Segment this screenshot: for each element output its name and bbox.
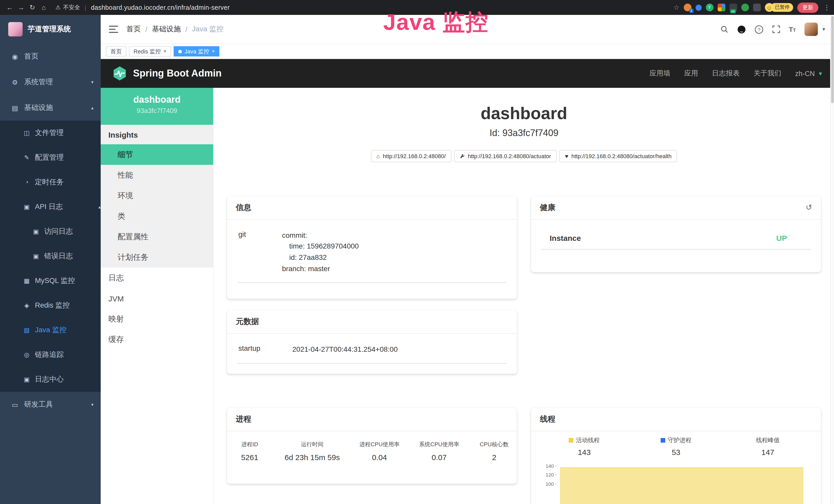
github-icon[interactable] [737, 25, 746, 33]
sidebar-item-system[interactable]: ⚙ 系统管理 ▾ [0, 69, 101, 95]
sidebar-item-redis-monitor[interactable]: ◈Redis 监控 [0, 293, 101, 318]
health-instance-label: Instance [550, 233, 581, 242]
threads-legend: 活动线程 143 守护进程 53 [539, 436, 814, 456]
avatar[interactable] [805, 23, 818, 36]
extension-icon-puzzle[interactable] [753, 4, 761, 11]
sidebar-item-log-center[interactable]: ▣日志中心 [0, 367, 101, 392]
sba-item-scheduled[interactable]: 计划任务 [101, 247, 213, 268]
sidebar-item-api-log[interactable]: ▣API 日志▴ [0, 194, 101, 219]
app-window: 芋道管理系统 ◉ 首页 ⚙ 系统管理 ▾ ▤ 基础设施 ▴ ◫文件管理 ✎配置管… [0, 15, 834, 504]
metadata-row-startup: startup 2021-04-27T00:44:31.254+08:00 [237, 339, 506, 364]
health-card-body: Instance UP [531, 220, 821, 267]
language-select[interactable]: zh-CN▼ [795, 70, 823, 77]
extension-icon-green[interactable]: Y [706, 4, 713, 11]
security-label[interactable]: 不安全 [63, 4, 80, 11]
sba-item-caches[interactable]: 缓存 [101, 329, 213, 350]
java-monitor-icon: ▧ [23, 327, 31, 334]
sidebar-item-infrastructure[interactable]: ▤ 基础设施 ▴ [0, 95, 101, 121]
search-icon[interactable] [720, 25, 728, 33]
chrome-menu-icon[interactable]: ⋮ [824, 4, 830, 11]
sidebar-item-mysql-monitor[interactable]: ▦MySQL 监控 [0, 269, 101, 293]
font-size-icon[interactable]: TT [789, 25, 796, 33]
nav-about[interactable]: 关于我们 [753, 69, 781, 78]
service-url-link[interactable]: ⌂ http://192.168.0.2:48080/ [371, 150, 451, 162]
chrome-update-button[interactable]: 更新 [797, 2, 818, 13]
admin-logo [8, 22, 23, 37]
chevron-down-icon: ▾ [91, 402, 93, 407]
tab-home[interactable]: 首页 [106, 46, 126, 56]
info-row-git: git commit: time: 1596289704000 id: 27aa… [237, 225, 506, 283]
log-center-icon: ▣ [23, 376, 31, 383]
close-icon[interactable]: × [212, 49, 215, 54]
breadcrumb-current: Java 监控 [192, 25, 224, 34]
chevron-up-icon: ▴ [91, 105, 93, 110]
nav-wallboard[interactable]: 应用墙 [650, 69, 671, 78]
tag-tabbar: 首页 Redis 监控× Java 监控× [101, 44, 834, 59]
history-icon[interactable]: ↺ [806, 203, 812, 212]
url-text[interactable]: dashboard.yudao.iocoder.cn/infra/admin-s… [91, 4, 230, 11]
sidebar-item-access-log[interactable]: ▣访问日志 [0, 219, 101, 244]
info-card-header: 信息 [227, 196, 517, 220]
sidebar-item-java-monitor[interactable]: ▧Java 监控 [0, 318, 101, 343]
nav-applications[interactable]: 应用 [684, 69, 698, 78]
scrollbar[interactable] [830, 15, 834, 504]
wrench-icon [460, 153, 465, 158]
sba-item-environment[interactable]: 环境 [101, 185, 213, 206]
tab-redis-monitor[interactable]: Redis 监控× [129, 46, 171, 56]
process-col-uptime: 运行时间 6d 23h 15m 59s [285, 440, 340, 461]
instance-header[interactable]: dashboard 93a3fc7f7409 [101, 88, 213, 125]
close-icon[interactable]: × [163, 49, 167, 54]
profile-sync-paused[interactable]: ☺ 已暂停 [765, 3, 793, 12]
extension-icon-leaf[interactable] [741, 4, 749, 11]
extension-icon-orange[interactable]: 1 [683, 4, 691, 11]
fullscreen-icon[interactable] [772, 25, 780, 33]
sba-item-details[interactable]: 细节 [101, 144, 213, 165]
sidebar-item-devtools[interactable]: ▭ 研发工具 ▾ [0, 392, 101, 417]
sba-nav: 应用墙 应用 日志报表 关于我们 zh-CN▼ [650, 69, 823, 78]
threads-card: 线程 活动线程 143 守护进程 [531, 408, 821, 504]
sba-item-classes[interactable]: 类 [101, 206, 213, 226]
breadcrumb-infra[interactable]: 基础设施 [152, 25, 181, 34]
sba-item-mappings[interactable]: 映射 [101, 308, 213, 329]
sidebar-item-error-log[interactable]: ▣错误日志 [0, 244, 101, 269]
sidebar-item-home[interactable]: ◉ 首页 [0, 44, 101, 69]
sidebar-item-scheduled-jobs[interactable]: ◔定时任务 [0, 170, 101, 194]
hamburger-icon[interactable] [109, 26, 118, 33]
breadcrumb-home[interactable]: 首页 [126, 25, 141, 34]
metadata-value: 2021-04-27T00:44:31.254+08:00 [292, 344, 398, 355]
instance-name: dashboard [101, 94, 213, 105]
refresh-icon[interactable]: ↻ [27, 4, 38, 11]
sba-item-jvm[interactable]: JVM [101, 288, 213, 308]
health-row-instance[interactable]: Instance UP [542, 228, 811, 249]
address-bar[interactable]: ⚠ 不安全 | dashboard.yudao.iocoder.cn/infra… [56, 4, 230, 11]
extension-icon-grid[interactable] [717, 4, 725, 11]
extension-icon-pin[interactable] [695, 4, 701, 10]
instance-links: ⌂ http://192.168.0.2:48080/ http://192.1… [214, 150, 834, 162]
heart-icon: ♥ [565, 153, 568, 159]
sba-body: dashboard 93a3fc7f7409 Insights 细节 性能 环境… [101, 88, 834, 504]
scrollbar-thumb[interactable] [831, 16, 834, 103]
health-card-header: 健康 ↺ [531, 196, 821, 220]
browser-home-icon[interactable]: ⌂ [38, 4, 49, 11]
sba-item-performance[interactable]: 性能 [101, 165, 213, 185]
sba-item-config-props[interactable]: 配置属性 [101, 226, 213, 247]
actuator-url-link[interactable]: http://192.168.0.2:48080/actuator [454, 150, 556, 162]
sidebar-item-file-manage[interactable]: ◫文件管理 [0, 121, 101, 145]
sba-brand[interactable]: Spring Boot Admin [112, 66, 222, 81]
sidebar-item-trace[interactable]: ◎链路追踪 [0, 343, 101, 367]
header-actions: ? TT ▼ [720, 23, 826, 36]
metadata-key: startup [238, 344, 292, 355]
sba-item-logs[interactable]: 日志 [101, 268, 213, 288]
help-icon[interactable]: ? [754, 25, 763, 33]
tab-java-monitor[interactable]: Java 监控× [174, 46, 219, 56]
forward-icon[interactable]: → [16, 4, 27, 11]
metadata-card-body: startup 2021-04-27T00:44:31.254+08:00 [227, 334, 517, 373]
extension-icon-switch[interactable]: on [729, 4, 737, 11]
bookmark-star-icon[interactable]: ☆ [674, 4, 679, 11]
nav-journal[interactable]: 日志报表 [712, 69, 740, 78]
back-icon[interactable]: ← [4, 4, 16, 11]
health-url-link[interactable]: ♥ http://192.168.0.2:48080/actuator/heal… [559, 150, 677, 162]
admin-brand[interactable]: 芋道管理系统 [0, 15, 101, 44]
sidebar-item-config-manage[interactable]: ✎配置管理 [0, 145, 101, 170]
status-badge: UP [776, 233, 787, 242]
